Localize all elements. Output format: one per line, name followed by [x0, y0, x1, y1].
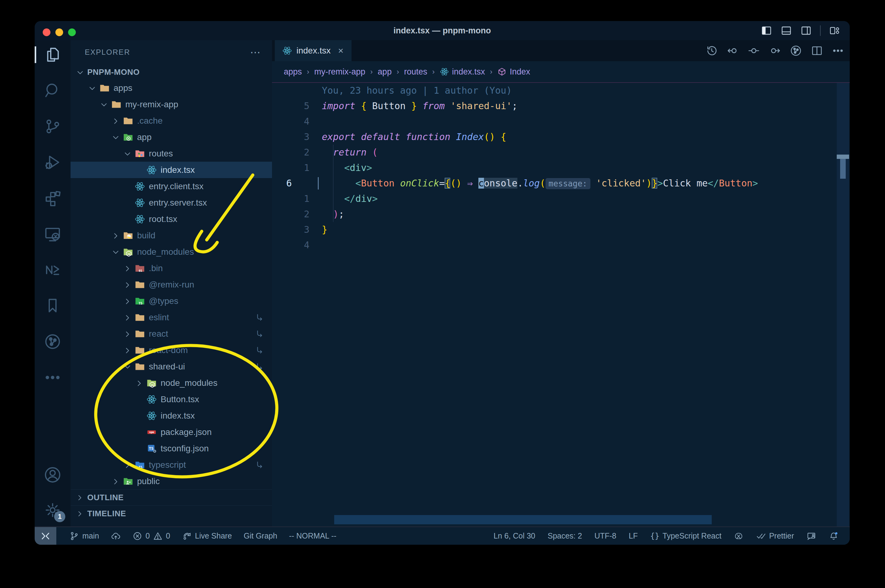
status-git-graph[interactable]: Git Graph	[244, 531, 277, 540]
breadcrumb-item[interactable]: app	[378, 67, 392, 76]
tree-item-apps[interactable]: apps	[71, 80, 272, 96]
activity-source-control[interactable]	[44, 117, 62, 135]
tree-item-my-remix-app[interactable]: my-remix-app	[71, 96, 272, 112]
status-notifications[interactable]	[829, 531, 838, 541]
tree-item-react[interactable]: react	[71, 326, 272, 342]
status-live-share[interactable]: Live Share	[182, 531, 232, 541]
code-line[interactable]: 2 return (	[272, 145, 850, 160]
chevron-right-icon	[111, 116, 123, 126]
symlink-icon	[255, 345, 265, 355]
status-diagnostics[interactable]: 00	[132, 531, 170, 541]
nav-forward-icon[interactable]	[769, 45, 781, 57]
activity-search[interactable]	[44, 82, 62, 99]
tree-item-root-tsx[interactable]: root.tsx	[71, 211, 272, 227]
nav-back-icon[interactable]	[727, 45, 739, 57]
code-line[interactable]: 1 <div>	[272, 160, 850, 176]
activity-git-graph[interactable]	[44, 333, 62, 351]
vertical-scrollbar[interactable]	[837, 83, 849, 526]
tree-item-index-tsx[interactable]: index.tsx	[71, 408, 272, 424]
code-line[interactable]: 3 export default function Index() {	[272, 129, 850, 145]
layout-sidebar-left-icon[interactable]	[761, 25, 772, 36]
status-publish[interactable]	[111, 531, 121, 541]
layout-customize-icon[interactable]	[829, 25, 840, 36]
folder-icon	[123, 115, 137, 126]
code-line[interactable]: 4	[272, 237, 850, 253]
title-bar[interactable]: index.tsx — pnpm-mono	[35, 21, 850, 40]
tree-item-routes[interactable]: routes	[71, 145, 272, 162]
status-vim-mode[interactable]: -- NORMAL --	[289, 531, 336, 540]
breadcrumb-item[interactable]: apps	[284, 67, 302, 76]
activity-settings[interactable]: 1	[44, 501, 62, 519]
status-language-mode[interactable]: {}TypeScript React	[650, 531, 721, 540]
chevron-right-icon	[123, 345, 135, 356]
horizontal-scrollbar-thumb[interactable]	[334, 515, 712, 524]
nav-circle-icon[interactable]	[748, 45, 760, 57]
folder-icon	[135, 279, 148, 290]
status-cursor-position[interactable]: Ln 6, Col 30	[494, 531, 535, 540]
activity-bookmarks[interactable]	[44, 297, 62, 315]
code-line[interactable]: 1 </div>	[272, 191, 850, 207]
activity-run-debug[interactable]	[44, 153, 62, 171]
code-line[interactable]: You, 23 hours ago | 1 author (You)	[272, 83, 850, 98]
tree-item-entry-client-tsx[interactable]: entry.client.tsx	[71, 178, 272, 195]
breadcrumb-item[interactable]: my-remix-app	[315, 67, 366, 76]
ellipsis-icon[interactable]	[832, 45, 844, 57]
tree-item-app[interactable]: app	[71, 129, 272, 145]
breadcrumb-item[interactable]: routes	[404, 67, 427, 76]
tree-item--cache[interactable]: .cache	[71, 112, 272, 129]
explorer-more-actions-button[interactable]: ⋯	[250, 46, 262, 58]
section-outline[interactable]: OUTLINE	[71, 489, 272, 506]
workspace-section-header[interactable]: PNPM-MONO	[71, 64, 272, 80]
remote-indicator[interactable]	[35, 527, 56, 545]
tree-item-node-modules[interactable]: JS node_modules	[71, 375, 272, 391]
breadcrumb-separator: ›	[490, 68, 492, 76]
tree-item--types[interactable]: TS @types	[71, 293, 272, 309]
tree-item-react-dom[interactable]: react-dom	[71, 342, 272, 358]
tree-item-public[interactable]: public	[71, 473, 272, 489]
breadcrumb-item[interactable]: index.tsx	[440, 67, 485, 76]
code-line[interactable]: 5 import { Button } from 'shared-ui';	[272, 98, 850, 114]
tree-item-entry-server-tsx[interactable]: entry.server.tsx	[71, 195, 272, 211]
tree-item--remix-run[interactable]: @remix-run	[71, 276, 272, 293]
layout-panel-icon[interactable]	[780, 25, 792, 36]
section-timeline[interactable]: TIMELINE	[71, 506, 272, 522]
git-circle-icon[interactable]	[790, 45, 802, 57]
tab-index-tsx[interactable]: index.tsx ×	[275, 40, 352, 61]
code-line[interactable]: 2 );	[272, 207, 850, 222]
tree-item--bin[interactable]: 01 .bin	[71, 260, 272, 276]
status-branch[interactable]: main	[69, 531, 99, 541]
layout-sidebar-right-icon[interactable]	[800, 25, 812, 36]
tree-item-shared-ui[interactable]: shared-ui	[71, 358, 272, 375]
tree-item-node-modules[interactable]: JS node_modules	[71, 244, 272, 260]
status-formatter[interactable]: Prettier	[756, 531, 794, 541]
close-tab-icon[interactable]: ×	[338, 45, 344, 56]
activity-remote-explorer[interactable]	[44, 225, 62, 243]
tree-item-tsconfig-json[interactable]: TS tsconfig.json	[71, 440, 272, 457]
status-encoding[interactable]: UTF-8	[595, 531, 616, 540]
tree-item-package-json[interactable]: npm package.json	[71, 424, 272, 440]
history-icon[interactable]	[706, 45, 718, 57]
status-indentation[interactable]: Spaces: 2	[548, 531, 582, 540]
status-eol[interactable]: LF	[629, 531, 638, 540]
vertical-scrollbar-thumb[interactable]	[837, 154, 849, 159]
tree-item-typescript[interactable]: TS typescript	[71, 457, 272, 473]
status-copilot[interactable]	[734, 531, 744, 541]
tree-item-Button-tsx[interactable]: Button.tsx	[71, 391, 272, 408]
chevron-right-icon	[123, 296, 135, 306]
activity-more-views[interactable]	[44, 369, 62, 386]
tree-item-build[interactable]: build	[71, 227, 272, 244]
code-editor[interactable]: You, 23 hours ago | 1 author (You) 5 imp…	[272, 83, 850, 526]
activity-nx-console[interactable]	[44, 261, 62, 279]
split-icon[interactable]	[811, 45, 823, 57]
vertical-scrollbar-thumb-stem[interactable]	[840, 159, 846, 179]
tree-item-eslint[interactable]: eslint	[71, 309, 272, 326]
code-line[interactable]: 6 <Button onClick={() ⇒ console.log(mess…	[272, 176, 850, 191]
code-line[interactable]: 4	[272, 114, 850, 129]
tree-item-index-tsx[interactable]: index.tsx	[71, 162, 272, 178]
activity-explorer[interactable]	[44, 46, 62, 64]
breadcrumb-item[interactable]: Index	[497, 67, 530, 76]
activity-accounts[interactable]	[44, 466, 62, 484]
activity-extensions[interactable]	[44, 189, 62, 207]
status-liveshare-session[interactable]	[807, 531, 816, 541]
code-line[interactable]: 3 }	[272, 222, 850, 237]
